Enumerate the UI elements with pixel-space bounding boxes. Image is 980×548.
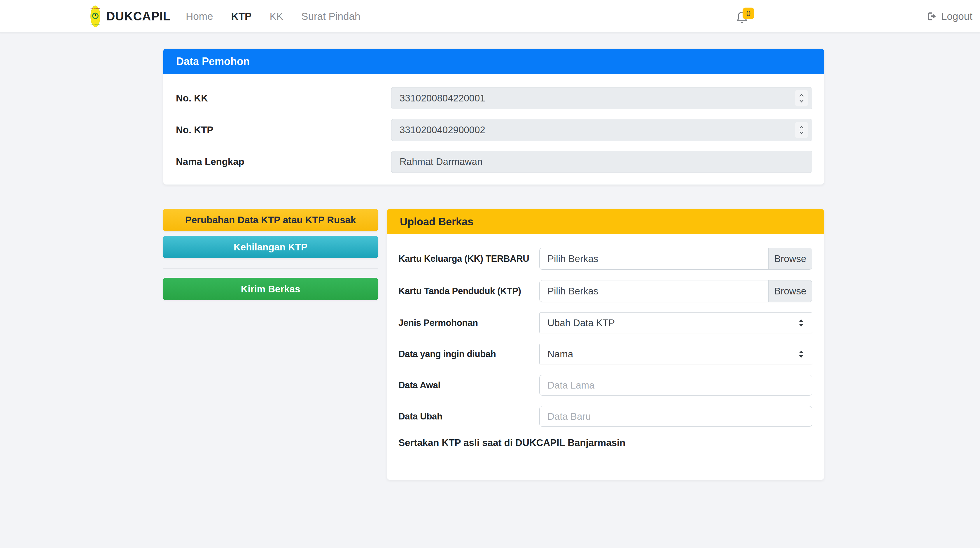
data-awal-input[interactable] <box>539 375 812 396</box>
navbar: BANJARMASIN KAYUH BAIMBAI DUKCAPIL Home … <box>0 0 980 33</box>
no-ktp-input[interactable] <box>391 119 812 141</box>
select-caret-icon <box>798 350 804 359</box>
logout-label: Logout <box>941 11 972 22</box>
no-kk-number-stepper[interactable] <box>795 90 808 106</box>
kirim-berkas-button[interactable]: Kirim Berkas <box>163 278 378 300</box>
kk-file-label: Kartu Keluarga (KK) TERBARU <box>398 254 539 264</box>
no-ktp-number-stepper[interactable] <box>795 122 808 138</box>
kk-browse-button[interactable]: Browse <box>768 248 812 269</box>
form-row-no-kk: No. KK <box>176 87 812 109</box>
kehilangan-ktp-button[interactable]: Kehilangan KTP <box>163 236 378 258</box>
notifications-button[interactable]: 0 <box>735 11 756 28</box>
ktp-file-control: Pilih Berkas Browse <box>539 280 812 302</box>
data-ubah-control <box>539 406 812 427</box>
content-row: Perubahan Data KTP atau KTP Rusak Kehila… <box>163 209 824 480</box>
form-row-jenis-permohonan: Jenis Permohonan Ubah Data KTP <box>398 313 812 333</box>
nama-lengkap-input[interactable] <box>391 151 812 173</box>
form-row-data-ubah: Data Ubah <box>398 406 812 427</box>
no-kk-input[interactable] <box>391 87 812 109</box>
data-ubah-label: Data Ubah <box>398 411 539 422</box>
banjarmasin-logo-icon: BANJARMASIN KAYUH BAIMBAI <box>91 5 100 28</box>
logout-button[interactable]: Logout <box>927 0 972 32</box>
jenis-permohonan-label: Jenis Permohonan <box>398 318 539 328</box>
stepper-arrows-icon <box>798 92 805 105</box>
perubahan-data-ktp-button[interactable]: Perubahan Data KTP atau KTP Rusak <box>163 209 378 231</box>
jenis-permohonan-select[interactable]: Ubah Data KTP <box>539 313 812 333</box>
logout-icon <box>927 11 937 22</box>
logo-top-text: BANJARMASIN <box>91 8 100 10</box>
form-row-data-awal: Data Awal <box>398 375 812 396</box>
data-awal-control <box>539 375 812 396</box>
data-awal-label: Data Awal <box>398 380 539 391</box>
ktp-asli-note: Sertakan KTP asli saat di DUKCAPIL Banja… <box>398 437 812 480</box>
kk-file-input[interactable]: Pilih Berkas Browse <box>539 248 812 270</box>
form-row-data-diubah: Data yang ingin diubah Nama <box>398 344 812 364</box>
data-diubah-select[interactable]: Nama <box>539 344 812 364</box>
nav-item-surat-pindah[interactable]: Surat Pindah <box>301 11 360 22</box>
no-ktp-field-wrap <box>391 119 812 141</box>
nav-item-home[interactable]: Home <box>186 11 213 22</box>
action-buttons-column: Perubahan Data KTP atau KTP Rusak Kehila… <box>163 209 378 300</box>
data-diubah-label: Data yang ingin diubah <box>398 349 539 359</box>
upload-berkas-body: Kartu Keluarga (KK) TERBARU Pilih Berkas… <box>387 234 824 480</box>
upload-berkas-card: Upload Berkas Kartu Keluarga (KK) TERBAR… <box>387 209 824 480</box>
nav-links: Home KTP KK Surat Pindah <box>186 11 360 22</box>
nama-lengkap-field-wrap <box>391 151 812 173</box>
kk-file-filename: Pilih Berkas <box>539 248 768 269</box>
kk-file-control: Pilih Berkas Browse <box>539 248 812 270</box>
data-diubah-value: Nama <box>547 349 573 360</box>
upload-berkas-header: Upload Berkas <box>387 209 824 234</box>
ktp-file-label: Kartu Tanda Penduduk (KTP) <box>398 286 539 297</box>
notification-badge: 0 <box>743 8 754 19</box>
no-ktp-label: No. KTP <box>176 124 391 135</box>
no-kk-field-wrap <box>391 87 812 109</box>
data-diubah-control: Nama <box>539 344 812 364</box>
logo-bottom-text: KAYUH BAIMBAI <box>91 24 100 25</box>
data-pemohon-body: No. KK No. KTP <box>163 74 824 184</box>
nama-lengkap-label: Nama Lengkap <box>176 156 391 167</box>
form-row-kk-file: Kartu Keluarga (KK) TERBARU Pilih Berkas… <box>398 248 812 270</box>
data-pemohon-header: Data Pemohon <box>163 49 824 74</box>
ktp-file-filename: Pilih Berkas <box>539 280 768 302</box>
select-caret-icon <box>798 319 804 327</box>
form-row-nama-lengkap: Nama Lengkap <box>176 151 812 173</box>
brand-text[interactable]: DUKCAPIL <box>106 10 171 23</box>
divider <box>163 268 378 269</box>
nav-item-kk[interactable]: KK <box>269 11 283 22</box>
main-content: Data Pemohon No. KK No. KTP <box>163 33 824 480</box>
jenis-permohonan-control: Ubah Data KTP <box>539 313 812 333</box>
nav-item-ktp[interactable]: KTP <box>231 11 251 22</box>
form-row-ktp-file: Kartu Tanda Penduduk (KTP) Pilih Berkas … <box>398 280 812 302</box>
ktp-file-input[interactable]: Pilih Berkas Browse <box>539 280 812 302</box>
data-ubah-input[interactable] <box>539 406 812 427</box>
ktp-browse-button[interactable]: Browse <box>768 280 812 302</box>
no-kk-label: No. KK <box>176 93 391 104</box>
stepper-arrows-icon <box>798 124 805 137</box>
form-row-no-ktp: No. KTP <box>176 119 812 141</box>
data-pemohon-card: Data Pemohon No. KK No. KTP <box>163 48 824 185</box>
brand[interactable]: BANJARMASIN KAYUH BAIMBAI DUKCAPIL <box>91 5 171 28</box>
jenis-permohonan-value: Ubah Data KTP <box>547 318 615 329</box>
